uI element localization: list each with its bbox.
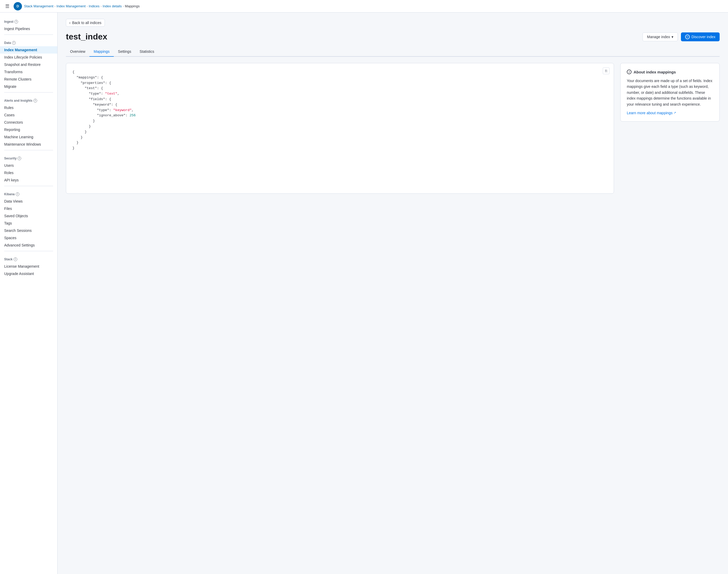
sidebar-item-files[interactable]: Files — [0, 205, 57, 212]
sidebar-item-spaces[interactable]: Spaces — [0, 234, 57, 242]
breadcrumb-sep-1: › — [54, 4, 55, 8]
breadcrumb-sep-4: › — [123, 4, 124, 8]
info-panel: i About index mappings Your documents ar… — [620, 63, 720, 122]
sidebar-item-advanced-settings[interactable]: Advanced Settings — [0, 242, 57, 249]
sidebar-section-ingest: Ingest i — [0, 16, 57, 25]
tabs: Overview Mappings Settings Statistics — [66, 47, 720, 57]
sidebar-item-machine-learning[interactable]: Machine Learning — [0, 133, 57, 140]
info-panel-icon: i — [627, 70, 631, 74]
top-nav: ☰ D Stack Management › Index Management … — [0, 0, 728, 12]
external-link-icon: ↗ — [674, 111, 676, 115]
sidebar: Ingest i Ingest Pipelines Data i Index M… — [0, 12, 58, 574]
sidebar-item-transforms[interactable]: Transforms — [0, 68, 57, 76]
manage-index-button[interactable]: Manage index ▾ — [643, 32, 678, 41]
tab-statistics[interactable]: Statistics — [136, 47, 158, 57]
sidebar-item-users[interactable]: Users — [0, 162, 57, 169]
breadcrumb-indices[interactable]: Indices — [89, 4, 100, 8]
back-chevron-icon: ‹ — [69, 20, 71, 25]
sidebar-item-license-management[interactable]: License Management — [0, 263, 57, 270]
avatar: D — [13, 2, 22, 10]
discover-circle-icon: ⊙ — [685, 35, 690, 39]
security-info-icon[interactable]: i — [17, 157, 21, 160]
sidebar-item-rules[interactable]: Rules — [0, 104, 57, 111]
layout: Ingest i Ingest Pipelines Data i Index M… — [0, 12, 728, 574]
tab-mappings[interactable]: Mappings — [89, 47, 114, 57]
sidebar-divider-4 — [4, 186, 53, 186]
sidebar-section-alerts: Alerts and Insights i — [0, 95, 57, 104]
breadcrumb-index-details[interactable]: Index details — [103, 4, 122, 8]
breadcrumb-index-management[interactable]: Index Management — [56, 4, 85, 8]
kibana-info-icon[interactable]: i — [16, 192, 20, 196]
sidebar-item-migrate[interactable]: Migrate — [0, 83, 57, 90]
sidebar-item-maintenance-windows[interactable]: Maintenance Windows — [0, 140, 57, 148]
main-content: ‹ Back to all indices test_index Manage … — [58, 12, 728, 574]
breadcrumb-sep-3: › — [101, 4, 102, 8]
sidebar-item-reporting[interactable]: Reporting — [0, 126, 57, 133]
sidebar-item-api-keys[interactable]: API keys — [0, 176, 57, 184]
sidebar-item-roles[interactable]: Roles — [0, 169, 57, 176]
breadcrumb-sep-2: › — [86, 4, 88, 8]
sidebar-item-index-lifecycle[interactable]: Index Lifecycle Policies — [0, 53, 57, 61]
sidebar-section-security: Security i — [0, 152, 57, 162]
sidebar-item-connectors[interactable]: Connectors — [0, 119, 57, 126]
sidebar-item-snapshot-restore[interactable]: Snapshot and Restore — [0, 61, 57, 68]
sidebar-item-cases[interactable]: Cases — [0, 111, 57, 119]
mappings-code: { "mappings": { "properties": { "test": … — [72, 70, 607, 151]
sidebar-section-kibana: Kibana i — [0, 188, 57, 198]
sidebar-item-tags[interactable]: Tags — [0, 219, 57, 227]
hamburger-icon[interactable]: ☰ — [3, 2, 11, 10]
sidebar-section-stack: Stack i — [0, 253, 57, 263]
info-panel-description: Your documents are made up of a set of f… — [627, 78, 713, 107]
learn-more-link[interactable]: Learn more about mappings ↗ — [627, 111, 676, 115]
sidebar-section-data: Data i — [0, 37, 57, 46]
alerts-info-icon[interactable]: i — [34, 99, 37, 102]
sidebar-item-data-views[interactable]: Data Views — [0, 198, 57, 205]
tab-overview[interactable]: Overview — [66, 47, 89, 57]
page-title: test_index — [66, 32, 107, 42]
breadcrumb: Stack Management › Index Management › In… — [24, 4, 140, 8]
stack-info-icon[interactable]: i — [13, 257, 17, 261]
sidebar-item-saved-objects[interactable]: Saved Objects — [0, 212, 57, 219]
tab-settings[interactable]: Settings — [114, 47, 136, 57]
copy-button[interactable]: ⎘ — [603, 68, 610, 74]
page-header: test_index Manage index ▾ ⊙ Discover ind… — [66, 32, 720, 42]
sidebar-divider-3 — [4, 150, 53, 150]
sidebar-item-upgrade-assistant[interactable]: Upgrade Assistant — [0, 270, 57, 277]
mappings-code-panel: ⎘ { "mappings": { "properties": { "test"… — [66, 63, 614, 194]
sidebar-item-remote-clusters[interactable]: Remote Clusters — [0, 76, 57, 83]
breadcrumb-mappings: Mappings — [125, 4, 140, 8]
header-actions: Manage index ▾ ⊙ Discover index — [643, 32, 720, 41]
back-to-indices-button[interactable]: ‹ Back to all indices — [66, 19, 105, 27]
sidebar-item-index-management[interactable]: Index Management — [0, 46, 57, 53]
ingest-info-icon[interactable]: i — [14, 20, 18, 24]
content-grid: ⎘ { "mappings": { "properties": { "test"… — [66, 63, 720, 194]
chevron-down-icon: ▾ — [672, 35, 673, 39]
sidebar-item-search-sessions[interactable]: Search Sessions — [0, 227, 57, 234]
discover-index-button[interactable]: ⊙ Discover index — [681, 32, 720, 41]
sidebar-item-ingest-pipelines[interactable]: Ingest Pipelines — [0, 25, 57, 32]
data-info-icon[interactable]: i — [12, 41, 16, 45]
breadcrumb-stack-management[interactable]: Stack Management — [24, 4, 53, 8]
info-panel-header: i About index mappings — [627, 70, 713, 74]
